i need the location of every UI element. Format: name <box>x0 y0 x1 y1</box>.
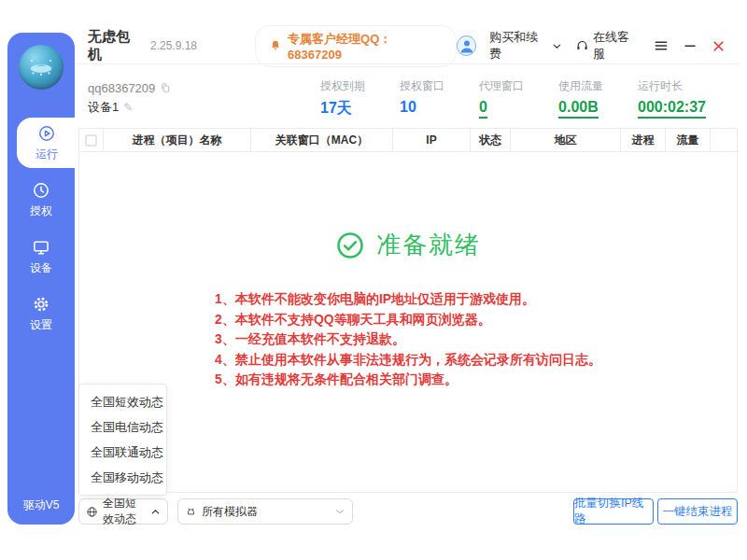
minimize-button[interactable] <box>683 38 698 53</box>
sidebar-item-label: 设置 <box>30 317 52 333</box>
menu-item-mobile-dynamic[interactable]: 全国移动动态 <box>79 465 166 490</box>
warning-item: 3、一经充值本软件不支持退款。 <box>215 329 601 350</box>
sidebar: 运行 授权 设备 设置 <box>7 33 75 525</box>
menu-button[interactable] <box>653 37 669 54</box>
stat-value: 10 <box>400 99 444 116</box>
titlebar-controls: 购买和续费 在线客服 <box>457 29 726 63</box>
ready-status: 准备就绪 <box>79 229 737 261</box>
stat-license-expiry: 授权到期 17天 <box>320 78 365 119</box>
bottom-bar: 全国短效动态 所有模拟器 批量切换IP线路 一键结束 <box>78 498 738 525</box>
column-extra <box>711 129 737 151</box>
table-header: 进程（项目）名称 关联窗口（MAC） IP 状态 地区 进程 流量 <box>79 129 737 152</box>
play-circle-icon <box>37 124 56 143</box>
sidebar-item-run[interactable]: 运行 <box>17 118 77 168</box>
stat-value[interactable]: 000:02:37 <box>638 99 706 119</box>
avatar[interactable] <box>457 35 476 56</box>
column-status: 状态 <box>471 129 511 151</box>
select-all-checkbox[interactable] <box>85 134 97 147</box>
line-select-value: 全国短效动态 <box>103 496 146 527</box>
ufo-icon <box>25 51 57 83</box>
monitor-icon <box>32 238 50 257</box>
driver-version-label: 驱动V5 <box>7 497 75 513</box>
switch-ip-button[interactable]: 批量切换IP线路 <box>573 498 654 525</box>
globe-icon <box>86 506 98 518</box>
copy-icon[interactable] <box>160 82 171 93</box>
app-version: 2.25.9.18 <box>150 39 197 52</box>
qq-notice: 专属客户经理QQ：68367209 <box>255 25 457 67</box>
column-window-mac: 关联窗口（MAC） <box>251 129 393 151</box>
menu-item-unicom-dynamic[interactable]: 全国联通动态 <box>79 440 166 465</box>
end-process-button[interactable]: 一键结束进程 <box>657 498 738 525</box>
sidebar-item-label: 运行 <box>35 147 58 162</box>
headset-icon <box>575 39 589 53</box>
stat-value[interactable]: 0.00B <box>558 99 599 119</box>
stat-bar: qq68367209 设备1 ✎ 授权到期 17天 授权窗口 10 <box>75 64 740 126</box>
header-checkbox-cell <box>79 129 104 151</box>
emulator-select[interactable]: 所有模拟器 <box>177 498 353 525</box>
emulator-select-value: 所有模拟器 <box>202 504 258 520</box>
buy-renew-label: 购买和续费 <box>489 29 548 63</box>
stat-value[interactable]: 0 <box>479 99 487 119</box>
chevron-down-icon <box>334 506 345 517</box>
bell-icon <box>269 39 282 52</box>
warning-item: 4、禁止使用本软件从事非法违规行为，系统会记录所有访问日志。 <box>215 350 601 371</box>
device-name: 设备1 <box>88 99 119 116</box>
account-info: qq68367209 设备1 ✎ <box>88 81 171 116</box>
warning-item: 5、如有违规将无条件配合相关部门调查。 <box>215 370 601 390</box>
stat-proxy-windows: 代理窗口 0 <box>479 78 524 119</box>
chevron-up-icon <box>150 507 161 517</box>
line-select[interactable]: 全国短效动态 <box>78 498 168 525</box>
column-ip: IP <box>393 129 471 151</box>
warning-item: 2、本软件不支持QQ等聊天工具和网页浏览器。 <box>215 310 601 330</box>
process-table: 进程（项目）名称 关联窗口（MAC） IP 状态 地区 进程 流量 准备就绪 1… <box>78 128 738 493</box>
column-process: 进程 <box>621 129 666 151</box>
sidebar-item-license[interactable]: 授权 <box>7 175 75 225</box>
ready-status-text: 准备就绪 <box>376 229 481 261</box>
qq-notice-text: 专属客户经理QQ：68367209 <box>288 31 443 62</box>
column-traffic: 流量 <box>666 129 711 151</box>
account-id: qq68367209 <box>88 81 155 95</box>
sidebar-item-label: 授权 <box>30 203 52 219</box>
check-circle-icon <box>335 231 365 260</box>
column-region: 地区 <box>511 129 621 151</box>
app-title: 无虑包机 <box>88 28 143 63</box>
stat-license-windows: 授权窗口 10 <box>400 78 444 119</box>
stat-value: 17天 <box>320 99 365 119</box>
app-logo <box>19 45 63 90</box>
emulator-icon <box>185 506 197 518</box>
menu-item-short-dynamic[interactable]: 全国短效动态 <box>79 389 166 414</box>
online-support-label: 在线客服 <box>593 29 640 63</box>
titlebar: 无虑包机 2.25.9.18 专属客户经理QQ：68367209 购买和续费 <box>75 28 740 64</box>
clock-icon <box>32 181 50 200</box>
online-support-button[interactable]: 在线客服 <box>575 29 640 63</box>
stat-run-time: 运行时长 000:02:37 <box>638 78 706 119</box>
edit-pencil-icon[interactable]: ✎ <box>123 101 133 114</box>
sidebar-item-devices[interactable]: 设备 <box>7 231 75 282</box>
sidebar-item-settings[interactable]: 设置 <box>7 288 75 339</box>
column-process-name: 进程（项目）名称 <box>104 129 251 151</box>
sidebar-nav: 运行 授权 设备 设置 <box>7 118 75 345</box>
warning-item: 1、本软件不能改变你电脑的IP地址仅适用于游戏使用。 <box>215 289 601 310</box>
buy-renew-button[interactable]: 购买和续费 <box>489 29 562 63</box>
line-select-menu: 全国短效动态 全国电信动态 全国联通动态 全国移动动态 <box>78 384 167 496</box>
stat-traffic-used: 使用流量 0.00B <box>558 78 603 119</box>
warning-list: 1、本软件不能改变你电脑的IP地址仅适用于游戏使用。 2、本软件不支持QQ等聊天… <box>215 289 601 390</box>
main-area: 无虑包机 2.25.9.18 专属客户经理QQ：68367209 购买和续费 <box>75 28 740 525</box>
sidebar-item-label: 设备 <box>30 260 52 276</box>
close-button[interactable] <box>711 38 726 54</box>
stats: 授权到期 17天 授权窗口 10 代理窗口 0 使用流量 0.00B 运行时长 … <box>320 78 726 119</box>
chevron-down-icon <box>552 41 562 51</box>
gear-icon <box>32 295 50 314</box>
menu-item-telecom-dynamic[interactable]: 全国电信动态 <box>79 414 166 440</box>
